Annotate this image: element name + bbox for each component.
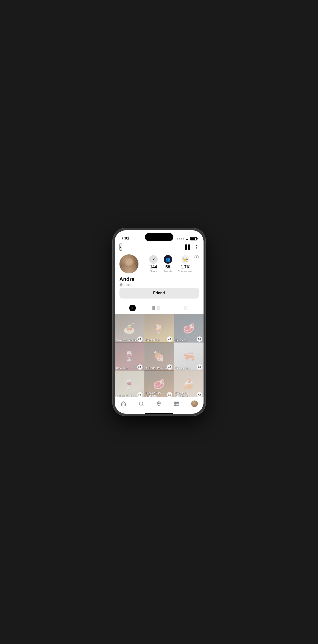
tab-spots[interactable]: ✓ — [128, 304, 137, 312]
profile-row: i ✓ 144 Spots 👥 58 Friends 👨‍🍳 — [119, 254, 199, 274]
grid-item-rating-6: 3.5 — [137, 392, 142, 397]
location-icon — [156, 401, 162, 406]
grid-item-rating-2: 5.0 — [197, 336, 202, 342]
nav-bar: ‹ ⋮ — [115, 242, 204, 252]
svg-point-1 — [158, 402, 160, 404]
home-indicator — [145, 413, 173, 414]
grid-item-label-6: La Pasta Gialla — [116, 394, 133, 397]
wifi-icon: ▲ — [186, 237, 189, 241]
grid-view-button[interactable] — [185, 244, 190, 250]
friends-label: Friends — [164, 270, 172, 273]
svg-rect-2 — [175, 402, 179, 402]
tab-section: ✓ ⫼⫼⫼ ☆ — [115, 301, 204, 314]
nav-home[interactable] — [118, 400, 129, 408]
info-icon[interactable]: i — [195, 255, 199, 260]
grid-item-label-8: Gallaghers Steakhouse — [176, 392, 199, 397]
grid-item-rating-0: 3.5 — [137, 336, 142, 342]
grid-item-label-1: Bathtub Gin — [146, 339, 159, 342]
friends-count: 58 — [164, 264, 172, 270]
spots-icon: ✓ — [149, 255, 158, 264]
grid-item-7[interactable]: 🥩Fogo de Chão Brazilian ...3.5 — [144, 370, 174, 397]
signal-icon — [177, 238, 184, 240]
grid-item-6[interactable]: 🍷La Pasta Gialla3.5 — [115, 370, 144, 397]
friends-stat[interactable]: 👥 58 Friends — [164, 255, 172, 273]
shelves-icon — [174, 401, 179, 406]
profile-section: i ✓ 144 Spots 👥 58 Friends 👨‍🍳 — [115, 252, 204, 301]
connoisseur-count: 1.7K — [178, 264, 193, 270]
nav-shelves[interactable] — [172, 400, 182, 408]
grid-item-2[interactable]: 🥩Barbacoa5.0 — [174, 314, 203, 343]
nav-actions: ⋮ — [185, 244, 199, 250]
bottom-nav — [115, 397, 204, 412]
more-options-button[interactable]: ⋮ — [194, 244, 199, 250]
grid-item-label-7: Fogo de Chão Brazilian ... — [146, 392, 169, 397]
svg-rect-3 — [175, 403, 179, 404]
search-icon — [139, 401, 144, 406]
avatar[interactable] — [119, 254, 138, 274]
grid-item-rating-3: 3.5 — [137, 364, 142, 370]
shelves-tab-icon: ⫼⫼⫼ — [151, 305, 167, 311]
spots-count: 144 — [149, 264, 158, 270]
grid-item-8[interactable]: 🍰Gallaghers Steakhouse4.0 — [174, 370, 203, 397]
status-time: 7:01 — [121, 236, 129, 241]
spots-tab-icon: ✓ — [129, 305, 136, 311]
nav-profile[interactable] — [189, 400, 200, 408]
profile-avatar-small — [191, 400, 198, 407]
content-scroll: i ✓ 144 Spots 👥 58 Friends 👨‍🍳 — [115, 252, 204, 397]
friend-button[interactable]: Friend — [119, 288, 199, 298]
grid-item-label-0: Savona's Trattoria — [116, 339, 136, 342]
grid-item-label-4: 4 Charles Prime Rib — [146, 367, 168, 370]
connoisseur-label: Connoisseur — [178, 270, 193, 273]
back-button[interactable]: ‹ — [119, 244, 122, 251]
friends-icon: 👥 — [164, 255, 172, 264]
tab-wishlist[interactable]: ☆ — [181, 304, 190, 312]
connoisseur-stat[interactable]: 👨‍🍳 1.7K Connoisseur — [178, 255, 193, 273]
nav-search[interactable] — [136, 400, 146, 408]
tab-shelves[interactable]: ⫼⫼⫼ — [154, 304, 164, 312]
connoisseur-icon: 👨‍🍳 — [181, 255, 190, 264]
svg-point-0 — [139, 402, 143, 406]
grid-item-1[interactable]: 🍹Bathtub Gin4.0 — [144, 314, 174, 343]
grid-item-rating-5: 4.0 — [197, 364, 202, 370]
battery-icon — [190, 237, 197, 240]
wishlist-tab-icon: ☆ — [183, 305, 188, 311]
grid-item-3[interactable]: 🍷Casa Cruz3.5 — [115, 342, 144, 371]
grid-item-rating-8: 4.0 — [197, 392, 202, 397]
grid-item-4[interactable]: 🍖4 Charles Prime Rib4.5 — [144, 342, 174, 371]
grid-item-rating-4: 4.5 — [167, 364, 172, 370]
grid-item-label-3: Casa Cruz — [116, 367, 128, 370]
stats-row: i ✓ 144 Spots 👥 58 Friends 👨‍🍳 — [143, 255, 199, 273]
spots-stat[interactable]: ✓ 144 Spots — [149, 255, 158, 273]
photo-grid: 🍝Savona's Trattoria3.5🍹Bathtub Gin4.0🥩Ba… — [115, 314, 204, 397]
avatar-image — [119, 254, 138, 274]
grid-item-rating-7: 3.5 — [167, 392, 172, 397]
grid-item-label-2: Barbacoa — [176, 339, 187, 342]
profile-handle: @andre — [119, 283, 199, 287]
grid-item-0[interactable]: 🍝Savona's Trattoria3.5 — [115, 314, 144, 343]
grid-item-5[interactable]: 🦐Na casa dela4.0 — [174, 342, 203, 371]
dynamic-island — [145, 233, 173, 241]
profile-name: Andre — [119, 276, 199, 282]
status-icons: ▲ — [177, 237, 197, 241]
svg-rect-4 — [175, 405, 179, 406]
home-icon — [121, 401, 126, 406]
spots-label: Spots — [149, 270, 158, 273]
nav-location[interactable] — [154, 400, 164, 408]
grid-item-label-5: Na casa dela — [176, 367, 190, 370]
